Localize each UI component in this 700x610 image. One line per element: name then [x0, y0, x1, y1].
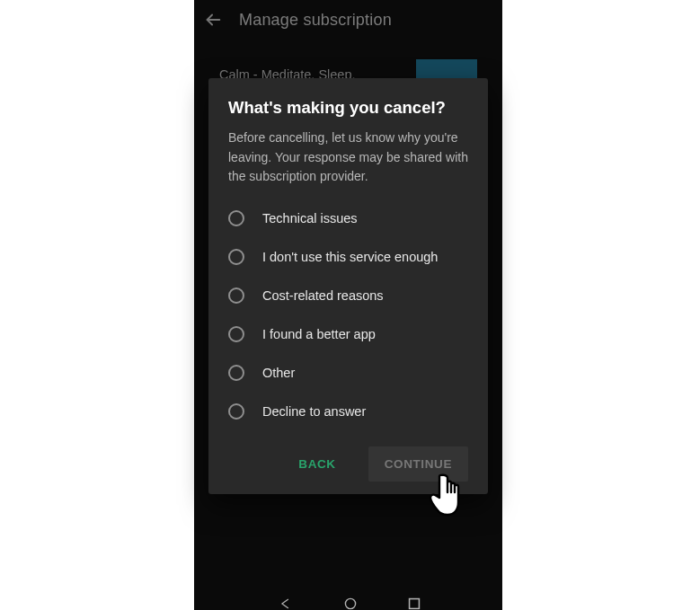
- option-label: Cost-related reasons: [262, 288, 384, 303]
- radio-icon: [228, 287, 244, 304]
- back-arrow-icon[interactable]: [203, 10, 223, 30]
- back-button[interactable]: BACK: [282, 446, 351, 482]
- option-label: Technical issues: [262, 211, 358, 225]
- svg-rect-1: [409, 599, 419, 609]
- dialog-title: What's making you cancel?: [228, 98, 468, 118]
- option-technical-issues[interactable]: Technical issues: [226, 203, 468, 234]
- option-label: Decline to answer: [262, 404, 366, 419]
- nav-recents-icon[interactable]: [406, 597, 422, 610]
- dialog-description: Before cancelling, let us know why you'r…: [228, 128, 468, 187]
- continue-button: CONTINUE: [368, 446, 468, 482]
- cancel-reason-dialog: What's making you cancel? Before cancell…: [208, 78, 488, 494]
- option-label: Other: [262, 366, 295, 380]
- option-other[interactable]: Other: [226, 358, 468, 388]
- phone-screen: Manage subscription Calm - Meditate, Sle…: [194, 0, 502, 610]
- svg-point-0: [345, 598, 355, 608]
- reason-options: Technical issues I don't use this servic…: [226, 203, 468, 427]
- option-found-better-app[interactable]: I found a better app: [226, 319, 468, 349]
- android-nav-bar: [194, 597, 502, 610]
- radio-icon: [228, 210, 244, 226]
- page-title: Manage subscription: [239, 11, 392, 30]
- option-label: I don't use this service enough: [262, 250, 438, 264]
- nav-home-icon[interactable]: [341, 597, 359, 610]
- nav-back-icon[interactable]: [275, 597, 295, 610]
- radio-icon: [228, 249, 244, 265]
- app-bar: Manage subscription: [194, 0, 502, 40]
- option-dont-use-enough[interactable]: I don't use this service enough: [226, 242, 468, 272]
- radio-icon: [228, 326, 244, 342]
- dialog-actions: BACK CONTINUE: [228, 446, 468, 482]
- radio-icon: [228, 403, 244, 420]
- option-cost-related[interactable]: Cost-related reasons: [226, 280, 468, 311]
- option-label: I found a better app: [262, 327, 376, 341]
- option-decline-to-answer[interactable]: Decline to answer: [226, 396, 468, 427]
- radio-icon: [228, 365, 244, 381]
